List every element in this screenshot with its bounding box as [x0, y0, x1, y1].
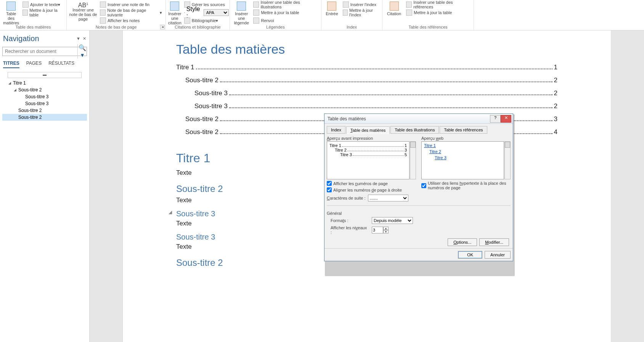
tree-label: Sous-titre 2 [18, 115, 42, 120]
spin-up-icon[interactable]: ▲ [383, 227, 389, 230]
tree-label: Sous-titre 3 [25, 94, 48, 99]
tree-item[interactable]: Sous-titre 2 [2, 114, 87, 121]
ok-button[interactable]: OK [458, 251, 482, 259]
toc-row[interactable]: Sous-titre 3 2 [176, 102, 557, 110]
nav-search[interactable]: 🔍▾ [2, 47, 87, 56]
citation-button[interactable]: Insérer une citation [168, 1, 181, 25]
index-entry-button[interactable]: Entrée [324, 1, 340, 16]
update-index-button[interactable]: Mettre à jour l'index [342, 9, 380, 16]
scroll-thumb[interactable] [505, 142, 510, 148]
tree-item[interactable]: Sous-titre 3 [2, 100, 87, 107]
toc-row[interactable]: Sous-titre 2 2 [176, 77, 557, 84]
toc-title: Sous-titre 3 [194, 89, 228, 97]
update-toc-button[interactable]: Mettre à jour la table [21, 9, 64, 16]
collapse-bar[interactable]: ▬ [8, 72, 82, 78]
tab-titres[interactable]: TITRES [3, 61, 19, 68]
levels-spinner[interactable]: ▲▼ [372, 227, 389, 233]
toc-title: Sous-titre 2 [185, 115, 218, 123]
toc-label: Table des matières [2, 11, 20, 25]
preview-row: Titre 35 [329, 152, 407, 157]
formats-select[interactable]: Depuis modèle [372, 217, 413, 224]
options-button[interactable]: Options... [448, 238, 477, 246]
tab-pages[interactable]: PAGES [26, 61, 42, 68]
scrollbar[interactable] [504, 141, 511, 179]
spin-down-icon[interactable]: ▼ [383, 230, 389, 233]
preview-row: Titre 11 [329, 143, 407, 148]
style-icon [184, 12, 185, 13]
insert-refs-table-button[interactable]: Insérer une table des références [405, 1, 471, 8]
close-button[interactable]: ✕ [501, 115, 511, 123]
tree-item[interactable]: Sous-titre 2 [2, 107, 87, 114]
tree-label: Sous-titre 3 [25, 101, 48, 106]
tab-resultats[interactable]: RÉSULTATS [48, 61, 74, 68]
refs-icon [390, 2, 399, 11]
citation-icon [170, 2, 179, 11]
caption-label: Insérer une légende [232, 11, 251, 25]
refs-citation-button[interactable]: Citation [385, 1, 403, 16]
bibliography-button[interactable]: Bibliographie ▾ [183, 17, 230, 24]
dialog-tab[interactable]: Table des illustrations [390, 126, 439, 134]
ribbon-group-refs-table: Citation Insérer une table des référence… [382, 0, 474, 30]
endnote-button[interactable]: Insérer une note de fin [99, 1, 163, 8]
web-preview-link[interactable]: Titre 3 [424, 155, 501, 160]
chk-hyperlinks[interactable] [421, 183, 426, 188]
toc-page: 2 [554, 102, 557, 110]
search-icon[interactable]: 🔍▾ [77, 44, 87, 59]
chk-show-page-numbers[interactable] [327, 181, 332, 186]
biblio-icon [184, 18, 190, 24]
caption-button[interactable]: Insérer une légende [232, 1, 251, 25]
chk-right-align[interactable] [327, 187, 332, 192]
tree-item[interactable]: Sous-titre 3 [2, 93, 87, 100]
toc-heading: Table des matières [176, 42, 557, 57]
dialog-tab[interactable]: Table des références [440, 126, 487, 134]
toc-page: 2 [554, 77, 557, 84]
toc-dialog: Table des matières ? ✕ IndexTable des ma… [324, 113, 513, 261]
toc-row[interactable]: Titre 1 1 [176, 64, 557, 71]
tree-item[interactable]: ◢Titre 1 [2, 80, 87, 86]
toc-title: Titre 1 [176, 64, 194, 71]
toc-row[interactable]: Sous-titre 3 2 [176, 89, 557, 97]
levels-input[interactable] [372, 227, 383, 233]
show-notes-icon [100, 18, 106, 24]
refs-label: Citation [387, 11, 401, 16]
leader-label: Caractères de suite : [327, 196, 366, 200]
triangle-icon: ◢ [8, 81, 12, 85]
dialog-titlebar[interactable]: Table des matières ? ✕ [324, 114, 513, 124]
cancel-button[interactable]: Annuler [485, 251, 511, 259]
style-select[interactable]: APA [204, 9, 229, 16]
insert-index-button[interactable]: Insérer l'index [342, 1, 380, 8]
modify-button[interactable]: Modifier... [479, 238, 509, 246]
show-notes-button[interactable]: Afficher les notes [99, 17, 163, 24]
crossref-button[interactable]: Renvoi [252, 17, 319, 24]
leader-select[interactable]: ....... [368, 195, 408, 201]
update-refs-table-button[interactable]: Mettre à jour la table [405, 9, 471, 16]
illus-table-icon [253, 2, 259, 8]
scroll-thumb[interactable] [410, 142, 416, 148]
add-text-button[interactable]: Ajouter le texte ▾ [21, 1, 64, 8]
collapse-icon[interactable]: ◢ [169, 209, 172, 215]
next-footnote-button[interactable]: Note de bas de page suivante ▾ [99, 9, 163, 16]
dialog-title: Table des matières [328, 116, 366, 121]
tree-item[interactable]: ◢Sous-titre 2 [2, 86, 87, 93]
footnote-button[interactable]: AB1 Insérer une note de bas de page [69, 1, 97, 24]
help-button[interactable]: ? [490, 115, 501, 123]
dropdown-icon[interactable]: ▼ [76, 36, 80, 41]
dialog-tab[interactable]: Index [327, 126, 345, 134]
insert-illustrations-table-button[interactable]: Insérer une table des illustrations [252, 1, 319, 8]
levels-label: Afficher les niveaux : [331, 225, 369, 235]
launcher-icon[interactable]: ⇲ [160, 25, 165, 29]
caption-icon [237, 2, 246, 11]
style-selector[interactable]: Style : APA [183, 9, 230, 16]
toc-icon [6, 2, 16, 11]
close-icon[interactable]: ✕ [83, 36, 86, 41]
web-preview-link[interactable]: Titre 2 [424, 149, 501, 154]
toc-button[interactable]: Table des matières [2, 1, 20, 25]
toc-page: 1 [554, 64, 557, 71]
web-preview-link[interactable]: Titre 1 [424, 143, 501, 148]
toc-dots [220, 82, 552, 82]
update-captions-button[interactable]: Mettre à jour la table [252, 9, 319, 16]
search-input[interactable] [3, 48, 77, 55]
dialog-tab[interactable]: Table des matières [346, 126, 390, 134]
scrollbar[interactable] [410, 141, 416, 179]
crossref-icon [253, 18, 259, 24]
